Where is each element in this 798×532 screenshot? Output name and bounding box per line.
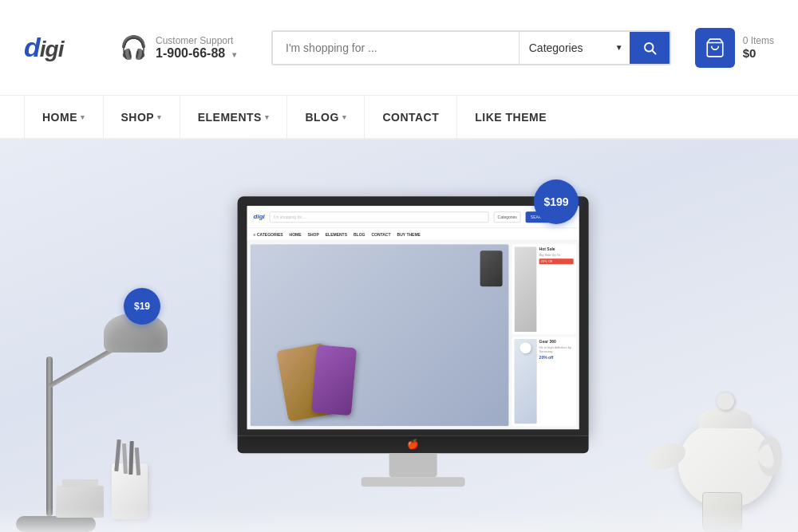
nav-arrow-blog: ▾ xyxy=(342,113,347,121)
categories-wrapper: Categories ▼ xyxy=(519,32,630,64)
monitor: digi I'm shopping for ... Categories SEA… xyxy=(238,196,589,487)
screen-card-1-desc: Big Sale Up To xyxy=(539,253,574,257)
nav-item-blog[interactable]: BLOG ▾ xyxy=(287,95,365,139)
hero-section: $19 digi I'm shopping for ... Categories… xyxy=(0,140,798,532)
svg-line-1 xyxy=(652,50,655,53)
screen-header: digi I'm shopping for ... Categories SEA… xyxy=(247,206,579,228)
support-phone: 1-900-66-88 ▾ xyxy=(156,46,236,61)
screen-card-2-text: Gear 360 life in high definition by Sams… xyxy=(539,339,574,424)
teapot-handle xyxy=(758,436,782,476)
screen-card-1-title: Hot Sale xyxy=(539,246,574,251)
customer-support: 🎧 Customer Support 1-900-66-88 ▾ xyxy=(120,34,247,61)
lamp-pole xyxy=(46,357,53,516)
nav-arrow-shop: ▾ xyxy=(157,113,162,121)
nav-item-home[interactable]: HOME ▾ xyxy=(24,95,104,139)
monitor-chin: 🍎 xyxy=(238,435,589,453)
desk-surface xyxy=(0,508,798,532)
support-label: Customer Support xyxy=(156,35,236,46)
nav-item-shop[interactable]: SHOP ▾ xyxy=(104,95,180,139)
screen-nav-home: HOME xyxy=(290,232,302,237)
screen-nav-buy: BUY THEME xyxy=(397,232,421,237)
screen-card-2-title: Gear 360 xyxy=(539,339,574,344)
cart-area[interactable]: 0 Items $0 xyxy=(695,28,774,68)
teapot-lid xyxy=(699,408,752,428)
logo-text-2: igi xyxy=(40,37,64,61)
lamp-decoration xyxy=(0,197,200,532)
screen-sidebar: Hot Sale Big Sale Up To 20% Off xyxy=(512,244,576,426)
screen-search-placeholder: I'm shopping for ... xyxy=(274,215,306,219)
nav-item-like-theme[interactable]: LIKE THEME xyxy=(457,95,564,139)
logo[interactable]: digi xyxy=(24,32,96,63)
screen-search-cat: Categories xyxy=(494,211,521,223)
screen-card-2-price: 20% off xyxy=(539,355,574,360)
screen-content: digi I'm shopping for ... Categories SEA… xyxy=(247,206,579,429)
cart-item-count: 0 Items xyxy=(743,35,774,46)
screen-main-image xyxy=(251,244,509,426)
screen-phone-2 xyxy=(311,345,357,416)
cart-total: $0 xyxy=(743,46,774,60)
screen-card-1-text: Hot Sale Big Sale Up To 20% Off xyxy=(539,246,574,332)
screen-card-1-badge: 20% Off xyxy=(539,258,574,264)
screen-card-1: Hot Sale Big Sale Up To 20% Off xyxy=(512,244,576,334)
cart-info: 0 Items $0 xyxy=(743,35,774,60)
nav-arrow-elements: ▾ xyxy=(265,113,270,121)
cart-icon-wrapper[interactable] xyxy=(695,28,735,68)
teapot-lid-knob xyxy=(717,392,734,410)
screen-nav-contact: CONTACT xyxy=(371,232,390,237)
screen-card-2-desc: life in high definition by Samsung xyxy=(539,345,574,353)
screen-nav-shop: SHOP xyxy=(308,232,319,237)
price-badge-199[interactable]: $199 xyxy=(534,179,579,224)
cart-icon xyxy=(705,37,725,58)
header: digi 🎧 Customer Support 1-900-66-88 ▾ Ca… xyxy=(0,0,798,96)
screen-card-2: Gear 360 life in high definition by Sams… xyxy=(512,337,576,427)
screen-nav-blog: BLOG xyxy=(354,232,365,237)
support-text: Customer Support 1-900-66-88 ▾ xyxy=(156,35,236,61)
search-input[interactable] xyxy=(273,32,519,64)
screen-nav-elements: ELEMENTS xyxy=(326,232,347,237)
screen-logo: digi xyxy=(254,213,265,220)
nav-item-elements[interactable]: ELEMENTS ▾ xyxy=(180,95,288,139)
screen-main-banner xyxy=(251,244,509,426)
monitor-stand-base xyxy=(361,477,465,487)
chevron-down-icon: ▼ xyxy=(615,43,623,52)
search-bar: Categories ▼ xyxy=(271,30,671,65)
search-button[interactable] xyxy=(630,32,670,64)
screen-card-2-img xyxy=(515,339,537,424)
headset-icon: 🎧 xyxy=(120,34,148,61)
screen-nav-categories: ≡ CATEGORIES xyxy=(254,232,283,237)
logo-text: d xyxy=(24,32,40,62)
monitor-stand-neck xyxy=(389,453,437,477)
screen-body: Hot Sale Big Sale Up To 20% Off xyxy=(247,241,579,429)
monitor-screen: digi I'm shopping for ... Categories SEA… xyxy=(238,196,589,435)
screen-search: I'm shopping for ... xyxy=(270,211,489,223)
price-badge-19[interactable]: $19 xyxy=(124,288,160,325)
search-icon xyxy=(642,41,657,55)
main-nav: HOME ▾ SHOP ▾ ELEMENTS ▾ BLOG ▾ CONTACT … xyxy=(0,96,798,140)
teapot-decoration xyxy=(646,333,790,532)
categories-select[interactable]: Categories xyxy=(519,41,615,54)
support-dropdown-arrow[interactable]: ▾ xyxy=(232,50,236,59)
nav-item-contact[interactable]: CONTACT xyxy=(365,95,457,139)
screen-nav: ≡ CATEGORIES HOME SHOP ELEMENTS BLOG CON… xyxy=(247,228,579,241)
nav-arrow-home: ▾ xyxy=(81,113,85,121)
screen-card-1-img xyxy=(515,246,537,332)
